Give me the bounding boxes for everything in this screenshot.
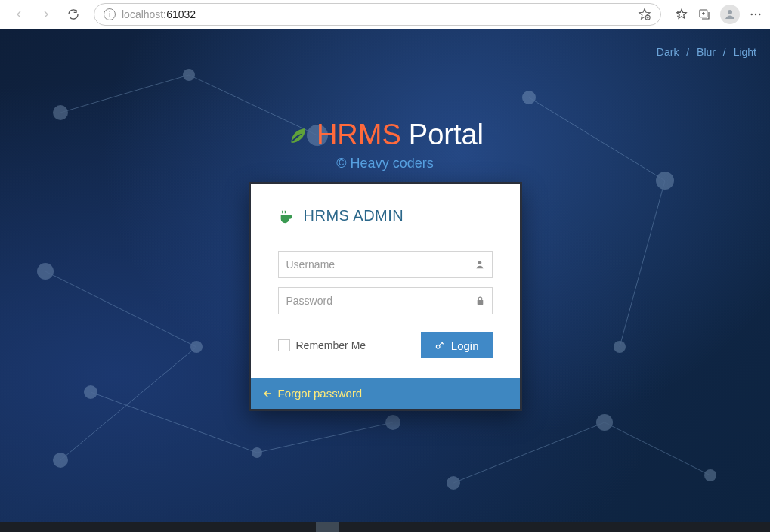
password-field-wrap bbox=[278, 287, 493, 314]
svg-point-16 bbox=[53, 105, 68, 120]
svg-line-8 bbox=[91, 392, 257, 453]
user-field-icon bbox=[475, 259, 485, 270]
brand-portal: Portal bbox=[409, 119, 484, 151]
user-icon bbox=[723, 8, 737, 21]
back-button[interactable] bbox=[8, 3, 30, 26]
login-page: Dark / Blur / Light HRMS Portal © Heavy … bbox=[0, 29, 770, 522]
theme-link-dark[interactable]: Dark bbox=[657, 46, 679, 58]
svg-point-23 bbox=[656, 172, 674, 190]
svg-point-20 bbox=[252, 447, 262, 458]
address-bar[interactable]: i localhost:61032 bbox=[94, 3, 661, 26]
svg-point-26 bbox=[190, 341, 203, 353]
theme-separator: / bbox=[686, 46, 689, 58]
theme-switcher: Dark / Blur / Light bbox=[657, 46, 756, 58]
url-text: localhost:61032 bbox=[122, 8, 196, 20]
brand-subtitle: © Heavy coders bbox=[0, 156, 770, 172]
leaf-icon bbox=[286, 124, 309, 147]
svg-point-17 bbox=[183, 69, 195, 81]
svg-point-28 bbox=[447, 476, 460, 490]
svg-line-6 bbox=[60, 75, 189, 113]
svg-point-3 bbox=[751, 14, 753, 15]
favorites-icon[interactable] bbox=[675, 8, 688, 21]
svg-point-24 bbox=[614, 341, 626, 353]
svg-line-11 bbox=[620, 181, 665, 347]
svg-line-14 bbox=[453, 422, 605, 483]
forgot-password-link[interactable]: Forgot password bbox=[278, 387, 363, 400]
profile-avatar[interactable] bbox=[720, 5, 740, 24]
arrow-left-icon bbox=[13, 8, 25, 20]
checkbox-box bbox=[278, 339, 290, 351]
svg-point-33 bbox=[436, 345, 440, 348]
browser-right-cluster bbox=[675, 5, 762, 24]
svg-point-19 bbox=[84, 385, 97, 399]
refresh-icon bbox=[67, 8, 79, 20]
lock-field-icon bbox=[475, 296, 485, 306]
refresh-button[interactable] bbox=[62, 3, 85, 26]
svg-point-27 bbox=[53, 453, 68, 468]
login-card-title: HRMS ADMIN bbox=[278, 207, 493, 234]
collections-icon[interactable] bbox=[697, 8, 711, 21]
forgot-password-bar[interactable]: Forgot password bbox=[251, 378, 520, 409]
svg-point-5 bbox=[759, 14, 760, 15]
username-field-wrap bbox=[278, 251, 493, 278]
coffee-icon bbox=[278, 208, 295, 224]
login-button[interactable]: Login bbox=[421, 332, 493, 358]
svg-line-9 bbox=[257, 422, 393, 453]
svg-point-22 bbox=[522, 91, 536, 104]
brand-title: HRMS Portal bbox=[0, 119, 770, 151]
brand-hrms: HRMS bbox=[317, 119, 401, 151]
svg-line-12 bbox=[45, 271, 196, 347]
url-host: localhost bbox=[122, 8, 163, 20]
svg-point-4 bbox=[755, 14, 756, 15]
remember-me-checkbox[interactable]: Remember Me bbox=[278, 339, 366, 351]
forward-button[interactable] bbox=[35, 3, 57, 26]
taskbar[interactable] bbox=[0, 522, 770, 532]
svg-point-31 bbox=[478, 261, 481, 264]
theme-separator: / bbox=[723, 46, 726, 58]
username-input[interactable] bbox=[278, 251, 493, 278]
browser-toolbar: i localhost:61032 bbox=[0, 0, 770, 29]
theme-link-blur[interactable]: Blur bbox=[697, 46, 716, 58]
brand-header: HRMS Portal © Heavy coders bbox=[0, 119, 770, 172]
more-icon[interactable] bbox=[749, 8, 762, 21]
login-card: HRMS ADMIN Remember Me bbox=[249, 182, 522, 411]
remember-label: Remember Me bbox=[296, 339, 366, 351]
key-icon bbox=[434, 340, 445, 351]
svg-rect-32 bbox=[477, 300, 483, 305]
svg-point-30 bbox=[704, 469, 716, 481]
arrow-left-icon bbox=[261, 388, 272, 399]
theme-link-light[interactable]: Light bbox=[734, 46, 756, 58]
password-input[interactable] bbox=[278, 287, 493, 314]
svg-point-2 bbox=[728, 10, 732, 14]
star-add-icon[interactable] bbox=[638, 8, 651, 21]
svg-line-15 bbox=[605, 422, 710, 475]
svg-point-25 bbox=[37, 263, 54, 280]
arrow-right-icon bbox=[40, 8, 52, 20]
svg-point-21 bbox=[385, 415, 400, 430]
svg-line-13 bbox=[60, 347, 196, 460]
site-info-icon[interactable]: i bbox=[104, 8, 116, 20]
url-port: :61032 bbox=[163, 8, 196, 20]
svg-point-29 bbox=[596, 414, 613, 431]
login-title-text: HRMS ADMIN bbox=[304, 207, 404, 224]
login-button-label: Login bbox=[451, 339, 479, 352]
